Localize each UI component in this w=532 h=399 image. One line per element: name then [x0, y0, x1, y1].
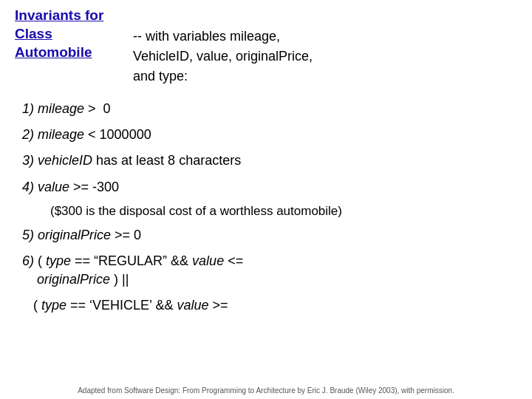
inv6-type: type [46, 253, 71, 268]
invariant-5: 5) originalPrice >= 0 [22, 226, 517, 245]
inv1-var: mileage [38, 101, 84, 116]
partial-type: type [41, 298, 66, 313]
subnote: ($300 is the disposal cost of a worthles… [50, 204, 517, 219]
header-left: Class Automobile [15, 25, 133, 61]
inv4-num: 4) [22, 180, 34, 194]
inv6-value: value [192, 253, 224, 268]
footer-note: Adapted from Software Design: From Progr… [0, 386, 532, 395]
inv6-num: 6) [22, 253, 34, 268]
inv5-var: originalPrice [38, 228, 111, 242]
desc-line2: VehicleID, value, originalPrice, [133, 49, 313, 64]
inv2-num: 2) [22, 127, 34, 142]
desc-line1: -- with variables mileage, [133, 29, 280, 44]
desc-line3: and type: [133, 69, 188, 83]
class-label: Class [15, 25, 133, 44]
invariants-list-2: 5) originalPrice >= 0 6) ( type == “REGU… [15, 226, 517, 290]
automobile-label: Automobile [15, 44, 133, 62]
invariants-list: 1) mileage > 0 2) mileage < 1000000 3) v… [15, 100, 517, 197]
inv1-num: 1) [22, 101, 34, 116]
partial-invariant: ( type == ‘VEHICLE’ && value >= [15, 296, 517, 315]
top-banner: Invariants for [15, 7, 517, 24]
inv3-num: 3) [22, 153, 34, 168]
partial-value: value [177, 298, 208, 313]
invariant-6: 6) ( type == “REGULAR” && value <= origi… [22, 252, 517, 289]
header-section: Class Automobile -- with variables milea… [15, 25, 517, 86]
inv2-var: mileage [38, 127, 84, 142]
inv3-var: vehicleID [38, 153, 92, 168]
invariant-4: 4) value >= -300 [22, 178, 517, 197]
header-description: -- with variables mileage, VehicleID, va… [133, 25, 313, 86]
inv6-originalprice: originalPrice [37, 272, 110, 287]
inv4-var: value [38, 180, 69, 194]
invariant-3: 3) vehicleID has at least 8 characters [22, 151, 517, 170]
inv5-num: 5) [22, 228, 34, 242]
invariant-1: 1) mileage > 0 [22, 100, 517, 118]
invariant-2: 2) mileage < 1000000 [22, 126, 517, 144]
